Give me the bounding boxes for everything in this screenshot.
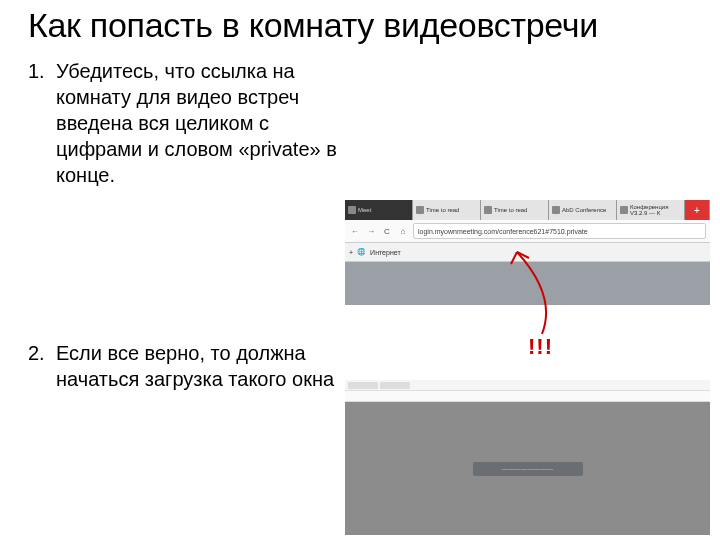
browser-tabs bbox=[345, 380, 710, 391]
browser-tab[interactable]: Конференция V3.2.9 — К bbox=[617, 200, 685, 220]
list-number: 2. bbox=[28, 340, 56, 392]
list-item: 1. Убедитесь, что ссылка на комнату для … bbox=[28, 58, 348, 188]
home-button[interactable]: ⌂ bbox=[397, 225, 409, 237]
tab-label: AbD Conference bbox=[562, 207, 606, 213]
loading-indicator: ―――――――― bbox=[473, 462, 583, 476]
bookmark-label[interactable]: Интернет bbox=[370, 249, 401, 256]
new-tab-button[interactable]: + bbox=[685, 200, 710, 220]
url-input[interactable]: login.myownmeeting.com/conference621#751… bbox=[413, 223, 706, 239]
favicon-icon bbox=[620, 206, 628, 214]
browser-tab[interactable]: Time to read bbox=[481, 200, 549, 220]
browser-tab[interactable] bbox=[348, 382, 378, 389]
tab-label: Meet bbox=[358, 207, 371, 213]
browser-screenshot-2: ―――――――― bbox=[345, 380, 710, 533]
browser-tabs: Meet Time to read Time to read AbD Confe… bbox=[345, 200, 710, 220]
favicon-icon bbox=[348, 206, 356, 214]
forward-button[interactable]: → bbox=[365, 225, 377, 237]
browser-screenshot-1: Meet Time to read Time to read AbD Confe… bbox=[345, 200, 710, 303]
tab-label: Time to read bbox=[494, 207, 527, 213]
favicon-icon bbox=[484, 206, 492, 214]
tab-label: Конференция V3.2.9 — К bbox=[630, 204, 681, 216]
browser-tab[interactable]: AbD Conference bbox=[549, 200, 617, 220]
exclamation-annotation: !!! bbox=[528, 334, 553, 360]
add-bookmark-button[interactable]: + bbox=[349, 249, 353, 256]
address-bar bbox=[345, 391, 710, 402]
list-item: 2. Если все верно, то должна начаться за… bbox=[28, 340, 348, 392]
bookmarks-bar: + 🌐 Интернет bbox=[345, 243, 710, 262]
tab-label: Time to read bbox=[426, 207, 459, 213]
list-text: Если все верно, то должна начаться загру… bbox=[56, 340, 348, 392]
browser-tab[interactable]: Meet bbox=[345, 200, 413, 220]
slide-title: Как попасть в комнату видеовстречи bbox=[28, 4, 692, 46]
address-bar: ← → C ⌂ login.myownmeeting.com/conferenc… bbox=[345, 220, 710, 243]
browser-tab[interactable]: Time to read bbox=[413, 200, 481, 220]
favicon-icon bbox=[416, 206, 424, 214]
reload-button[interactable]: C bbox=[381, 225, 393, 237]
favicon-icon bbox=[552, 206, 560, 214]
page-content bbox=[345, 262, 710, 305]
list-number: 1. bbox=[28, 58, 56, 188]
list-text: Убедитесь, что ссылка на комнату для вид… bbox=[56, 58, 348, 188]
back-button[interactable]: ← bbox=[349, 225, 361, 237]
browser-tab[interactable] bbox=[380, 382, 410, 389]
page-content: ―――――――― bbox=[345, 402, 710, 535]
instruction-list: 1. Убедитесь, что ссылка на комнату для … bbox=[28, 58, 348, 392]
globe-icon: 🌐 bbox=[357, 248, 366, 256]
